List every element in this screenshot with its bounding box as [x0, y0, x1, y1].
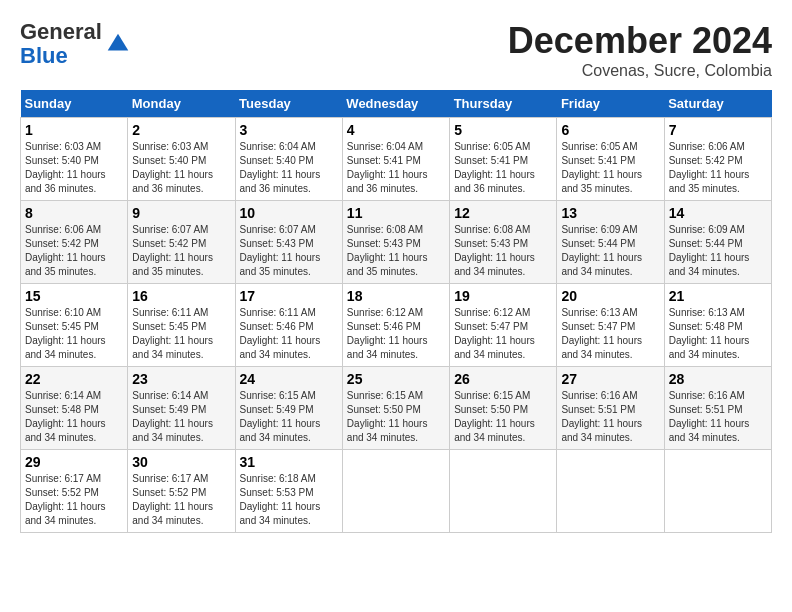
- calendar-day-cell: 24 Sunrise: 6:15 AM Sunset: 5:49 PM Dayl…: [235, 367, 342, 450]
- calendar-empty-cell: [557, 450, 664, 533]
- calendar-empty-cell: [664, 450, 771, 533]
- calendar-day-cell: 13 Sunrise: 6:09 AM Sunset: 5:44 PM Dayl…: [557, 201, 664, 284]
- day-info: Sunrise: 6:12 AM Sunset: 5:47 PM Dayligh…: [454, 306, 552, 362]
- calendar-day-cell: 11 Sunrise: 6:08 AM Sunset: 5:43 PM Dayl…: [342, 201, 449, 284]
- calendar-day-cell: 28 Sunrise: 6:16 AM Sunset: 5:51 PM Dayl…: [664, 367, 771, 450]
- day-info: Sunrise: 6:16 AM Sunset: 5:51 PM Dayligh…: [561, 389, 659, 445]
- day-info: Sunrise: 6:05 AM Sunset: 5:41 PM Dayligh…: [454, 140, 552, 196]
- day-number: 3: [240, 122, 338, 138]
- calendar-week-row: 22 Sunrise: 6:14 AM Sunset: 5:48 PM Dayl…: [21, 367, 772, 450]
- day-info: Sunrise: 6:08 AM Sunset: 5:43 PM Dayligh…: [454, 223, 552, 279]
- calendar-day-cell: 19 Sunrise: 6:12 AM Sunset: 5:47 PM Dayl…: [450, 284, 557, 367]
- day-info: Sunrise: 6:12 AM Sunset: 5:46 PM Dayligh…: [347, 306, 445, 362]
- day-number: 18: [347, 288, 445, 304]
- day-number: 21: [669, 288, 767, 304]
- calendar-day-cell: 1 Sunrise: 6:03 AM Sunset: 5:40 PM Dayli…: [21, 118, 128, 201]
- calendar-day-cell: 18 Sunrise: 6:12 AM Sunset: 5:46 PM Dayl…: [342, 284, 449, 367]
- day-info: Sunrise: 6:06 AM Sunset: 5:42 PM Dayligh…: [25, 223, 123, 279]
- day-info: Sunrise: 6:18 AM Sunset: 5:53 PM Dayligh…: [240, 472, 338, 528]
- day-number: 20: [561, 288, 659, 304]
- day-number: 12: [454, 205, 552, 221]
- day-of-week-header: Thursday: [450, 90, 557, 118]
- calendar-header-row: SundayMondayTuesdayWednesdayThursdayFrid…: [21, 90, 772, 118]
- calendar-day-cell: 6 Sunrise: 6:05 AM Sunset: 5:41 PM Dayli…: [557, 118, 664, 201]
- day-info: Sunrise: 6:14 AM Sunset: 5:49 PM Dayligh…: [132, 389, 230, 445]
- day-number: 22: [25, 371, 123, 387]
- calendar-week-row: 1 Sunrise: 6:03 AM Sunset: 5:40 PM Dayli…: [21, 118, 772, 201]
- day-number: 9: [132, 205, 230, 221]
- day-number: 6: [561, 122, 659, 138]
- day-info: Sunrise: 6:09 AM Sunset: 5:44 PM Dayligh…: [669, 223, 767, 279]
- day-number: 26: [454, 371, 552, 387]
- day-info: Sunrise: 6:03 AM Sunset: 5:40 PM Dayligh…: [132, 140, 230, 196]
- day-info: Sunrise: 6:09 AM Sunset: 5:44 PM Dayligh…: [561, 223, 659, 279]
- day-info: Sunrise: 6:07 AM Sunset: 5:42 PM Dayligh…: [132, 223, 230, 279]
- day-number: 19: [454, 288, 552, 304]
- day-info: Sunrise: 6:15 AM Sunset: 5:50 PM Dayligh…: [347, 389, 445, 445]
- day-number: 30: [132, 454, 230, 470]
- day-number: 17: [240, 288, 338, 304]
- day-number: 1: [25, 122, 123, 138]
- calendar-day-cell: 20 Sunrise: 6:13 AM Sunset: 5:47 PM Dayl…: [557, 284, 664, 367]
- day-info: Sunrise: 6:11 AM Sunset: 5:46 PM Dayligh…: [240, 306, 338, 362]
- day-info: Sunrise: 6:11 AM Sunset: 5:45 PM Dayligh…: [132, 306, 230, 362]
- location-title: Covenas, Sucre, Colombia: [508, 62, 772, 80]
- day-info: Sunrise: 6:16 AM Sunset: 5:51 PM Dayligh…: [669, 389, 767, 445]
- calendar-day-cell: 12 Sunrise: 6:08 AM Sunset: 5:43 PM Dayl…: [450, 201, 557, 284]
- calendar-day-cell: 5 Sunrise: 6:05 AM Sunset: 5:41 PM Dayli…: [450, 118, 557, 201]
- calendar-day-cell: 23 Sunrise: 6:14 AM Sunset: 5:49 PM Dayl…: [128, 367, 235, 450]
- calendar-day-cell: 30 Sunrise: 6:17 AM Sunset: 5:52 PM Dayl…: [128, 450, 235, 533]
- day-info: Sunrise: 6:04 AM Sunset: 5:41 PM Dayligh…: [347, 140, 445, 196]
- calendar-day-cell: 14 Sunrise: 6:09 AM Sunset: 5:44 PM Dayl…: [664, 201, 771, 284]
- day-info: Sunrise: 6:06 AM Sunset: 5:42 PM Dayligh…: [669, 140, 767, 196]
- day-of-week-header: Saturday: [664, 90, 771, 118]
- calendar-day-cell: 31 Sunrise: 6:18 AM Sunset: 5:53 PM Dayl…: [235, 450, 342, 533]
- day-number: 11: [347, 205, 445, 221]
- day-number: 13: [561, 205, 659, 221]
- calendar-day-cell: 8 Sunrise: 6:06 AM Sunset: 5:42 PM Dayli…: [21, 201, 128, 284]
- calendar-empty-cell: [342, 450, 449, 533]
- day-info: Sunrise: 6:15 AM Sunset: 5:50 PM Dayligh…: [454, 389, 552, 445]
- day-number: 16: [132, 288, 230, 304]
- title-block: December 2024 Covenas, Sucre, Colombia: [508, 20, 772, 80]
- calendar-day-cell: 4 Sunrise: 6:04 AM Sunset: 5:41 PM Dayli…: [342, 118, 449, 201]
- calendar-day-cell: 17 Sunrise: 6:11 AM Sunset: 5:46 PM Dayl…: [235, 284, 342, 367]
- day-info: Sunrise: 6:04 AM Sunset: 5:40 PM Dayligh…: [240, 140, 338, 196]
- day-info: Sunrise: 6:03 AM Sunset: 5:40 PM Dayligh…: [25, 140, 123, 196]
- day-number: 8: [25, 205, 123, 221]
- day-info: Sunrise: 6:08 AM Sunset: 5:43 PM Dayligh…: [347, 223, 445, 279]
- calendar-table: SundayMondayTuesdayWednesdayThursdayFrid…: [20, 90, 772, 533]
- calendar-week-row: 29 Sunrise: 6:17 AM Sunset: 5:52 PM Dayl…: [21, 450, 772, 533]
- day-of-week-header: Tuesday: [235, 90, 342, 118]
- logo: General Blue: [20, 20, 132, 68]
- calendar-day-cell: 27 Sunrise: 6:16 AM Sunset: 5:51 PM Dayl…: [557, 367, 664, 450]
- calendar-day-cell: 22 Sunrise: 6:14 AM Sunset: 5:48 PM Dayl…: [21, 367, 128, 450]
- svg-marker-0: [108, 34, 129, 51]
- day-info: Sunrise: 6:14 AM Sunset: 5:48 PM Dayligh…: [25, 389, 123, 445]
- day-number: 4: [347, 122, 445, 138]
- calendar-day-cell: 16 Sunrise: 6:11 AM Sunset: 5:45 PM Dayl…: [128, 284, 235, 367]
- day-info: Sunrise: 6:13 AM Sunset: 5:48 PM Dayligh…: [669, 306, 767, 362]
- day-number: 5: [454, 122, 552, 138]
- day-info: Sunrise: 6:15 AM Sunset: 5:49 PM Dayligh…: [240, 389, 338, 445]
- day-number: 10: [240, 205, 338, 221]
- logo-icon: [104, 30, 132, 58]
- logo-blue: Blue: [20, 43, 68, 68]
- calendar-day-cell: 9 Sunrise: 6:07 AM Sunset: 5:42 PM Dayli…: [128, 201, 235, 284]
- calendar-day-cell: 2 Sunrise: 6:03 AM Sunset: 5:40 PM Dayli…: [128, 118, 235, 201]
- day-of-week-header: Wednesday: [342, 90, 449, 118]
- calendar-week-row: 15 Sunrise: 6:10 AM Sunset: 5:45 PM Dayl…: [21, 284, 772, 367]
- day-number: 27: [561, 371, 659, 387]
- day-number: 23: [132, 371, 230, 387]
- calendar-day-cell: 29 Sunrise: 6:17 AM Sunset: 5:52 PM Dayl…: [21, 450, 128, 533]
- day-number: 15: [25, 288, 123, 304]
- day-of-week-header: Sunday: [21, 90, 128, 118]
- calendar-day-cell: 3 Sunrise: 6:04 AM Sunset: 5:40 PM Dayli…: [235, 118, 342, 201]
- day-number: 14: [669, 205, 767, 221]
- page-header: General Blue December 2024 Covenas, Sucr…: [20, 20, 772, 80]
- day-of-week-header: Friday: [557, 90, 664, 118]
- day-of-week-header: Monday: [128, 90, 235, 118]
- calendar-day-cell: 7 Sunrise: 6:06 AM Sunset: 5:42 PM Dayli…: [664, 118, 771, 201]
- day-number: 28: [669, 371, 767, 387]
- calendar-day-cell: 10 Sunrise: 6:07 AM Sunset: 5:43 PM Dayl…: [235, 201, 342, 284]
